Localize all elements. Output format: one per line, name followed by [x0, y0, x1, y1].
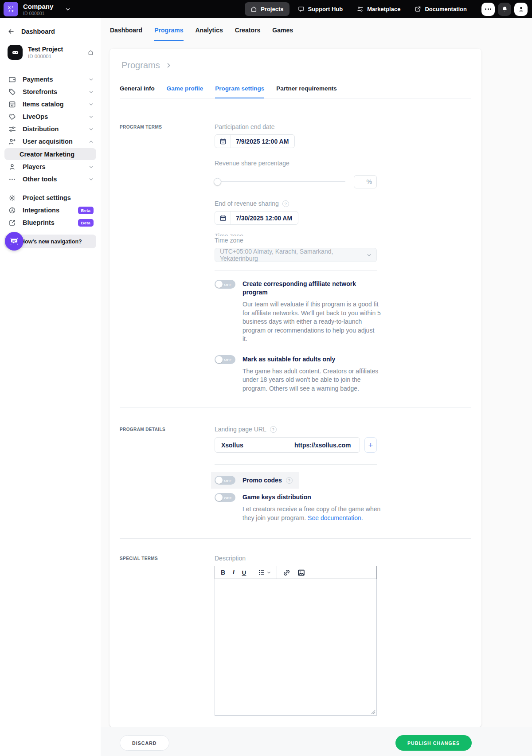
section-label-program-terms: PROGRAM TERMS — [120, 123, 215, 393]
chevron-up-icon — [89, 139, 94, 144]
chevron-right-icon — [166, 63, 172, 68]
sidebar-item-distribution[interactable]: Distribution — [0, 123, 101, 135]
game-keys-row: OFF Game keys distribution Let creators … — [215, 493, 377, 522]
subtab-partner-requirements[interactable]: Partner requirements — [276, 83, 337, 98]
sidebar-item-payments[interactable]: Payments — [0, 73, 101, 86]
sidebar-item-other-tools[interactable]: Other tools — [0, 173, 101, 185]
revenue-share-slider[interactable] — [215, 181, 345, 182]
section-label-program-details: PROGRAM DETAILS — [120, 426, 215, 522]
list-button[interactable] — [258, 569, 271, 576]
sliders-icon — [357, 6, 364, 12]
timezone-label: Time zone — [215, 237, 377, 244]
publish-changes-button[interactable]: PUBLISH CHANGES — [395, 735, 472, 751]
participation-end-date-input[interactable]: 7/9/2025 12:00 AM — [215, 134, 295, 148]
section-label-special-terms: SPECIAL TERMS — [120, 555, 215, 716]
calendar-icon — [219, 215, 227, 222]
subtab-program-settings[interactable]: Program settings — [215, 83, 264, 98]
company-chevron-down-icon[interactable] — [65, 7, 70, 12]
timezone-select[interactable]: UTC+05:00 Almaty, Karachi, Samarkand, Ye… — [215, 248, 377, 262]
user-icon — [518, 6, 524, 12]
tab-programs[interactable]: Programs — [154, 18, 183, 41]
see-documentation-link[interactable]: See documentation. — [308, 514, 363, 521]
link-button[interactable] — [283, 569, 290, 576]
description-label: Description — [215, 555, 377, 562]
chevron-down-icon — [89, 114, 94, 119]
end-of-revenue-date-input[interactable]: 7/30/2025 12:00 AM — [215, 211, 298, 225]
project-id: ID 000001 — [28, 54, 63, 59]
help-icon[interactable]: ? — [282, 200, 289, 207]
resize-handle-icon[interactable] — [371, 710, 376, 714]
help-icon[interactable]: ? — [286, 477, 293, 484]
external-link-icon — [415, 6, 421, 12]
adults-only-toggle[interactable]: OFF — [215, 355, 235, 364]
description-editor[interactable] — [215, 579, 377, 716]
landing-page-url-label: Landing page URL — [215, 426, 266, 433]
discard-button[interactable]: DISCARD — [120, 735, 169, 751]
sidebar-item-creator-marketing[interactable]: Creator Marketing — [4, 148, 96, 160]
end-of-revenue-label: End of revenue sharing — [215, 200, 279, 207]
bell-icon — [501, 6, 508, 12]
bold-button[interactable]: B — [221, 569, 225, 576]
chevron-down-icon — [89, 165, 94, 169]
new-navigation-banner[interactable]: How's new navigation? — [4, 235, 96, 248]
revenue-share-percent-input[interactable]: % — [354, 175, 377, 188]
add-landing-page-button[interactable]: + — [364, 437, 377, 453]
tab-games[interactable]: Games — [272, 18, 293, 41]
wallet-icon — [8, 76, 16, 83]
sidebar-item-players[interactable]: Players — [0, 161, 101, 173]
project-home-icon[interactable] — [88, 50, 94, 55]
landing-url-input[interactable]: https://xsollus.com — [288, 438, 360, 452]
italic-button[interactable]: I — [232, 569, 235, 576]
sidebar-item-blueprints[interactable]: Blueprints Beta — [0, 216, 101, 229]
breadcrumb-programs[interactable]: Programs — [121, 60, 160, 71]
project-tabs: Dashboard Programs Analytics Creators Ga… — [101, 18, 532, 41]
link-icon — [283, 569, 290, 576]
nav-documentation-button[interactable]: Documentation — [409, 2, 473, 16]
sidebar-item-user-acquisition[interactable]: User acquisition — [0, 135, 101, 148]
slider-handle[interactable] — [214, 178, 221, 186]
tab-dashboard[interactable]: Dashboard — [110, 18, 142, 41]
nav-projects-button[interactable]: Projects — [245, 2, 289, 16]
timezone-label-clipped: Time zone — [215, 233, 377, 236]
subtab-general-info[interactable]: General info — [120, 83, 155, 98]
back-to-dashboard[interactable]: Dashboard — [0, 22, 101, 39]
promo-codes-toggle[interactable]: OFF — [215, 476, 235, 485]
sidebar-item-items-catalog[interactable]: Items catalog — [0, 98, 101, 110]
feedback-chat-icon[interactable] — [5, 232, 23, 251]
notifications-button[interactable] — [498, 3, 511, 16]
plus-icon: + — [368, 440, 373, 450]
beta-badge: Beta — [78, 207, 94, 214]
sidebar-item-liveops[interactable]: LiveOps — [0, 110, 101, 123]
nav-marketplace-button[interactable]: Marketplace — [351, 2, 406, 16]
ellipsis-icon — [8, 176, 16, 183]
sidebar-item-integrations[interactable]: Integrations Beta — [0, 204, 101, 216]
adults-only-toggle-row: OFF Mark as suitable for adults only The… — [215, 355, 377, 393]
sidebar-item-storefronts[interactable]: Storefronts — [0, 86, 101, 98]
nav-support-hub-button[interactable]: Support Hub — [292, 2, 349, 16]
more-options-button[interactable] — [481, 3, 495, 16]
help-icon[interactable]: ? — [270, 426, 277, 433]
participation-end-date-label: Participation end date — [215, 123, 377, 130]
chevron-down-icon — [367, 253, 372, 258]
subtab-game-profile[interactable]: Game profile — [167, 83, 203, 98]
game-keys-toggle[interactable]: OFF — [215, 493, 235, 502]
promo-codes-row: OFF Promo codes ? — [211, 472, 299, 489]
company-name: Company — [23, 3, 53, 10]
landing-name-input[interactable]: Xsollus — [215, 438, 288, 452]
company-logo-icon[interactable] — [4, 2, 18, 16]
home-icon — [250, 6, 257, 12]
chevron-down-icon — [89, 90, 94, 94]
image-button[interactable] — [297, 569, 305, 576]
affiliate-network-toggle[interactable]: OFF — [215, 280, 235, 289]
sidebar-item-project-settings[interactable]: Project settings — [0, 192, 101, 204]
underline-button[interactable]: U — [242, 569, 246, 576]
breadcrumb: Programs — [121, 60, 471, 71]
tab-analytics[interactable]: Analytics — [195, 18, 223, 41]
liveops-tag-icon — [8, 113, 16, 121]
bullet-list-icon — [258, 569, 265, 576]
tab-creators[interactable]: Creators — [235, 18, 261, 41]
project-switcher[interactable]: Test Project ID 000001 — [4, 42, 97, 63]
promo-codes-title: Promo codes — [243, 476, 282, 485]
account-button[interactable] — [514, 3, 528, 16]
distribution-sliders-icon — [8, 125, 16, 133]
